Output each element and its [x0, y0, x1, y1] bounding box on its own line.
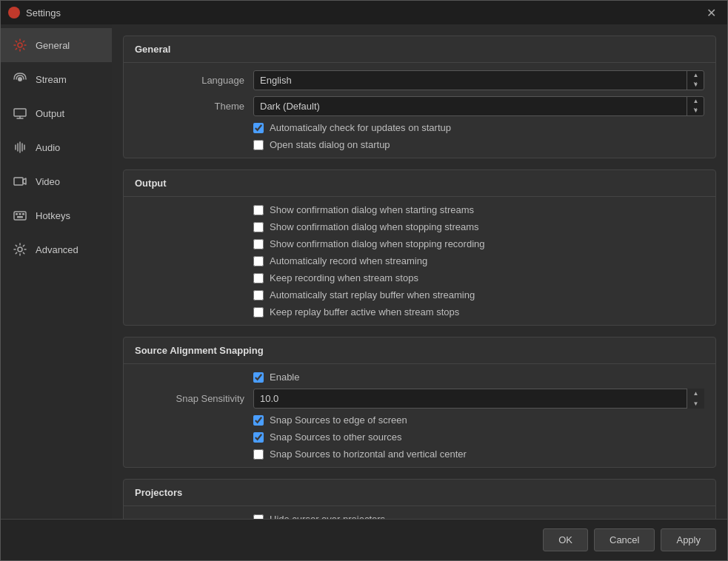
- snap-edge-checkbox[interactable]: [253, 415, 264, 426]
- snap-center-text: Snap Sources to horizontal and vertical …: [270, 449, 467, 460]
- section-output: Output Show confirmation dialog when sta…: [123, 169, 716, 326]
- svg-point-0: [18, 43, 22, 47]
- confirm-stop-stream-text: Show confirmation dialog when stopping s…: [270, 221, 479, 232]
- open-stats-row: Open stats dialog on startup: [135, 139, 704, 150]
- output-cb-3: Automatically record when streaming: [135, 255, 704, 266]
- projector-cb-0: Hide cursor over projectors: [135, 514, 704, 519]
- snap-enable-checkbox[interactable]: [253, 372, 264, 383]
- section-output-body: Show confirmation dialog when starting s…: [124, 197, 715, 325]
- section-projectors: Projectors Hide cursor over projectors M…: [123, 479, 716, 519]
- sidebar-item-audio[interactable]: Audio: [1, 130, 112, 164]
- output-cb-0: Show confirmation dialog when starting s…: [135, 204, 704, 215]
- advanced-icon: [12, 241, 28, 258]
- output-cb-6: Keep replay buffer active when stream st…: [135, 306, 704, 318]
- snap-sensitivity-input[interactable]: [253, 389, 704, 409]
- sidebar-item-hotkeys[interactable]: Hotkeys: [1, 198, 112, 232]
- sidebar: General Stream: [1, 24, 112, 519]
- svg-rect-5: [14, 178, 23, 185]
- output-cb-1: Show confirmation dialog when stopping s…: [135, 221, 704, 232]
- sidebar-item-general[interactable]: General: [1, 28, 112, 62]
- auto-check-updates-text: Automatically check for updates on start…: [270, 122, 451, 133]
- svg-rect-7: [16, 213, 18, 215]
- svg-rect-8: [19, 213, 21, 215]
- language-row: Language English ▲ ▼: [135, 70, 704, 90]
- keep-replay-text: Keep replay buffer active when stream st…: [270, 306, 459, 318]
- output-cb-5: Automatically start replay buffer when s…: [135, 289, 704, 300]
- section-source-alignment-body: Enable Snap Sensitivity ▲ ▼: [124, 364, 715, 467]
- hide-cursor-text: Hide cursor over projectors: [270, 514, 385, 519]
- window-title: Settings: [26, 7, 61, 19]
- theme-select[interactable]: Dark (Default): [253, 96, 704, 116]
- keep-replay-checkbox[interactable]: [253, 307, 264, 318]
- snap-enable-row: Enable: [135, 372, 704, 383]
- close-button[interactable]: ✕: [702, 4, 720, 21]
- section-output-title: Output: [124, 170, 715, 197]
- sidebar-item-video[interactable]: Video: [1, 164, 112, 198]
- svg-rect-2: [14, 109, 26, 116]
- snap-center-checkbox[interactable]: [253, 449, 264, 460]
- snap-center-row: Snap Sources to horizontal and vertical …: [135, 449, 704, 460]
- confirm-start-checkbox[interactable]: [253, 205, 264, 215]
- snap-up-button[interactable]: ▲: [687, 389, 704, 399]
- keep-recording-checkbox[interactable]: [253, 273, 264, 283]
- theme-label: Theme: [135, 101, 253, 112]
- sidebar-label-output: Output: [36, 108, 64, 119]
- sidebar-label-general: General: [36, 40, 70, 51]
- section-general-title: General: [124, 36, 715, 63]
- title-bar: Settings ✕: [1, 1, 727, 24]
- snap-sensitivity-spinner: ▲ ▼: [253, 389, 704, 409]
- output-icon: [12, 105, 28, 121]
- snap-edge-text: Snap Sources to edge of screen: [270, 414, 407, 426]
- sidebar-label-hotkeys: Hotkeys: [36, 210, 70, 221]
- snap-sensitivity-label: Snap Sensitivity: [135, 393, 253, 404]
- open-stats-text: Open stats dialog on startup: [270, 139, 390, 150]
- section-source-alignment-title: Source Alignment Snapping: [124, 337, 715, 364]
- section-general: General Language English ▲ ▼: [123, 36, 716, 158]
- auto-record-text: Automatically record when streaming: [270, 255, 427, 266]
- confirm-stop-recording-checkbox[interactable]: [253, 239, 264, 249]
- sidebar-label-stream: Stream: [36, 74, 67, 85]
- auto-check-updates-label[interactable]: Automatically check for updates on start…: [253, 122, 451, 133]
- gear-icon: [12, 37, 28, 53]
- snap-down-button[interactable]: ▼: [687, 399, 704, 409]
- language-label: Language: [135, 75, 253, 86]
- cancel-button[interactable]: Cancel: [594, 528, 655, 551]
- app-icon: [8, 7, 20, 19]
- sidebar-item-output[interactable]: Output: [1, 96, 112, 130]
- auto-check-updates-row: Automatically check for updates on start…: [135, 122, 704, 133]
- language-control: English ▲ ▼: [253, 70, 704, 90]
- open-stats-label[interactable]: Open stats dialog on startup: [253, 139, 390, 150]
- auto-record-checkbox[interactable]: [253, 256, 264, 266]
- auto-replay-checkbox[interactable]: [253, 290, 264, 300]
- settings-window: Settings ✕ General: [0, 0, 728, 561]
- section-projectors-title: Projectors: [124, 480, 715, 506]
- svg-rect-6: [14, 212, 26, 220]
- video-icon: [12, 173, 28, 189]
- language-select-wrapper: English ▲ ▼: [253, 70, 704, 90]
- title-bar-left: Settings: [8, 7, 61, 19]
- svg-point-1: [18, 77, 22, 81]
- sidebar-item-advanced[interactable]: Advanced: [1, 232, 112, 266]
- stream-icon: [12, 71, 28, 87]
- section-general-body: Language English ▲ ▼: [124, 63, 715, 158]
- snap-enable-text: Enable: [270, 372, 299, 383]
- snap-sensitivity-control: ▲ ▼: [253, 389, 704, 409]
- auto-check-updates-checkbox[interactable]: [253, 123, 264, 133]
- confirm-stop-stream-checkbox[interactable]: [253, 222, 264, 232]
- language-select[interactable]: English: [253, 70, 704, 90]
- snap-other-checkbox[interactable]: [253, 432, 264, 443]
- main-content: General Stream: [1, 24, 727, 519]
- section-projectors-body: Hide cursor over projectors Make project…: [124, 506, 715, 519]
- auto-replay-text: Automatically start replay buffer when s…: [270, 289, 475, 300]
- snap-other-text: Snap Sources to other sources: [270, 431, 402, 443]
- apply-button[interactable]: Apply: [661, 528, 716, 551]
- open-stats-checkbox[interactable]: [253, 140, 264, 150]
- svg-point-11: [18, 247, 22, 252]
- theme-row: Theme Dark (Default) ▲ ▼: [135, 96, 704, 116]
- content-area: General Language English ▲ ▼: [112, 24, 727, 519]
- snap-other-row: Snap Sources to other sources: [135, 431, 704, 443]
- svg-rect-9: [22, 213, 24, 215]
- section-source-alignment: Source Alignment Snapping Enable Snap Se…: [123, 337, 716, 468]
- sidebar-item-stream[interactable]: Stream: [1, 62, 112, 96]
- ok-button[interactable]: OK: [543, 528, 588, 551]
